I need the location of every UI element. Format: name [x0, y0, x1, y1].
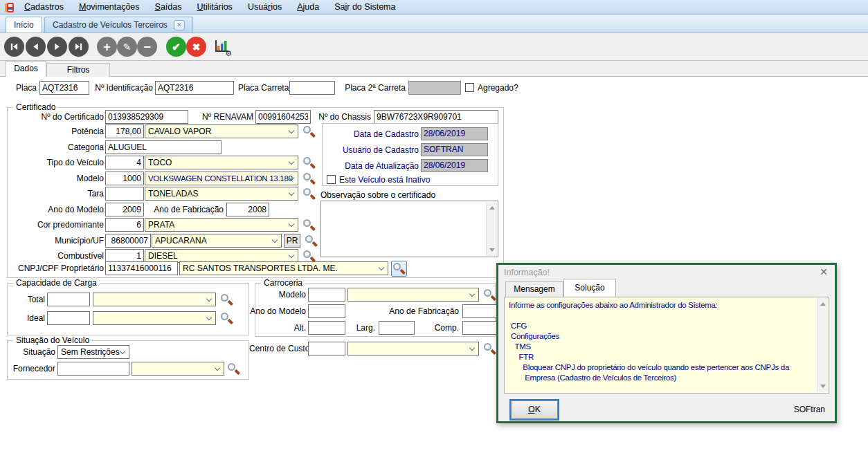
confirm-button[interactable]: ✔ — [166, 37, 186, 57]
tab-filtros[interactable]: Filtros — [46, 63, 110, 77]
capacidade-total-label: Total — [6, 293, 45, 306]
municipio-search-icon[interactable] — [305, 234, 318, 248]
observacao-scrollbar[interactable] — [486, 202, 497, 256]
scroll-down-icon[interactable] — [820, 385, 826, 388]
scroll-down-icon[interactable] — [489, 248, 495, 252]
menu-usuarios[interactable]: Usuários — [240, 0, 289, 15]
tara-combo[interactable]: TONELADAS — [145, 187, 298, 201]
fornecedor-combo[interactable] — [132, 362, 224, 376]
tara-search-icon[interactable] — [302, 187, 316, 201]
tipo-veiculo-combo[interactable]: TOCO — [145, 156, 298, 169]
ano-modelo-input[interactable] — [105, 203, 144, 216]
scroll-up-icon[interactable] — [820, 302, 826, 306]
capacidade-total-input[interactable] — [47, 293, 90, 306]
potencia-search-icon[interactable] — [302, 125, 316, 139]
observacao-textarea[interactable] — [320, 201, 498, 257]
tara-code-input[interactable] — [105, 187, 144, 201]
placa-input[interactable] — [39, 81, 89, 95]
municipio-combo[interactable]: APUCARANA — [152, 234, 282, 248]
dialog-tab-solucao[interactable]: Solução — [563, 279, 616, 297]
combustivel-code-input[interactable] — [105, 249, 144, 263]
menu-ajuda[interactable]: Ajuda — [289, 0, 327, 15]
first-record-button[interactable] — [4, 37, 24, 57]
tab-cadastro-veiculos-terceiros[interactable]: Cadastro de Veículos Terceiros ✕ — [44, 17, 193, 33]
tab-close-icon[interactable]: ✕ — [174, 20, 185, 30]
chevron-down-icon — [215, 365, 220, 371]
municipio-code-input[interactable] — [105, 234, 151, 248]
centro-custo-input[interactable] — [308, 342, 345, 355]
last-record-button[interactable] — [69, 37, 89, 57]
tipo-veiculo-code-input[interactable] — [105, 156, 144, 169]
inativo-checkbox[interactable] — [327, 175, 336, 184]
placa-label: Placa — [6, 81, 37, 95]
check-icon: ✔ — [172, 41, 181, 52]
tab-inicio[interactable]: Início — [6, 17, 42, 33]
first-record-icon — [10, 42, 19, 51]
previous-record-button[interactable] — [26, 37, 46, 57]
ano-fabricacao-input[interactable] — [226, 203, 269, 216]
centro-custo-label: Centro de Custo — [249, 342, 306, 355]
combustivel-combo[interactable]: DIESEL — [145, 249, 298, 263]
menu-saidas[interactable]: Saídas — [147, 0, 190, 15]
chart-button[interactable]: ⚙ — [213, 38, 230, 56]
modelo-code-input[interactable] — [105, 172, 144, 185]
menu-utilitarios[interactable]: Utilitários — [189, 0, 239, 15]
centro-custo-combo[interactable] — [347, 342, 479, 355]
cor-combo[interactable]: PRATA — [145, 218, 298, 232]
tipo-veiculo-search-icon[interactable] — [302, 156, 316, 170]
agregado-checkbox[interactable] — [465, 83, 474, 92]
edit-button[interactable]: ✎ — [117, 37, 137, 57]
cnpj-label: CNPJ/CPF Proprietário — [6, 261, 104, 275]
num-certificado-input[interactable] — [105, 110, 188, 124]
previous-record-icon — [31, 42, 40, 51]
carroceria-comp-label: Comp. — [429, 321, 459, 335]
carroceria-alt-input[interactable] — [308, 321, 345, 335]
carroceria-modelo-input[interactable] — [308, 288, 345, 302]
capacidade-ideal-combo[interactable] — [93, 311, 216, 325]
capacidade-total-search-icon[interactable] — [220, 293, 234, 307]
cnpj-code-input[interactable] — [105, 261, 178, 275]
fornecedor-search-icon[interactable] — [227, 362, 241, 376]
carroceria-larg-label: Larg. — [353, 321, 375, 335]
chevron-down-icon — [206, 296, 212, 302]
modelo-search-icon[interactable] — [302, 172, 316, 186]
renavam-input[interactable] — [255, 110, 311, 124]
menu-movimentacoes[interactable]: Movimentações — [71, 0, 147, 15]
capacidade-ideal-search-icon[interactable] — [220, 312, 234, 326]
data-cadastro-label: Data de Cadastro — [325, 127, 419, 141]
cnpj-combo[interactable]: RC SANTOS TRANSPORTES LTDA. ME. — [179, 261, 388, 275]
fornecedor-input[interactable] — [57, 362, 129, 376]
carroceria-modelo-combo[interactable] — [347, 288, 479, 302]
tab-dados[interactable]: Dados — [6, 61, 46, 77]
placa-carreta-input[interactable] — [289, 81, 335, 95]
next-record-button[interactable] — [47, 37, 67, 57]
cor-code-input[interactable] — [105, 218, 144, 232]
add-button[interactable]: + — [97, 37, 117, 57]
menu-cadastros[interactable]: Cadastros — [17, 0, 71, 15]
cnpj-search-button[interactable] — [391, 261, 407, 277]
chevron-down-icon — [289, 159, 294, 165]
remove-button[interactable]: − — [137, 37, 157, 57]
carroceria-ano-modelo-input[interactable] — [308, 304, 345, 318]
menu-sair-do-sistema[interactable]: Sair do Sistema — [327, 0, 403, 15]
ok-button[interactable]: OK — [511, 400, 558, 419]
centro-custo-search-icon[interactable] — [483, 342, 497, 356]
capacidade-total-combo[interactable] — [93, 293, 216, 306]
capacidade-ideal-input[interactable] — [47, 311, 90, 325]
chevron-down-icon — [469, 345, 475, 351]
carroceria-modelo-search-icon[interactable] — [483, 288, 497, 302]
potencia-combo[interactable]: CAVALO VAPOR — [145, 124, 298, 138]
carroceria-larg-input[interactable] — [379, 321, 415, 335]
potencia-code-input[interactable] — [105, 124, 144, 138]
chassis-input[interactable] — [374, 110, 498, 124]
modelo-combo[interactable]: VOLKSWAGEN CONSTELLATION 13.180 — [145, 172, 298, 185]
dialog-tab-mensagem[interactable]: Mensagem — [505, 281, 563, 297]
dialog-close-icon[interactable]: ✕ — [820, 266, 828, 277]
identificacao-input[interactable] — [155, 81, 234, 95]
categoria-input[interactable] — [105, 140, 221, 154]
situacao-select[interactable]: Sem Restrições — [57, 345, 129, 359]
cancel-button[interactable]: ✖ — [186, 37, 206, 57]
cor-search-icon[interactable] — [302, 219, 316, 232]
dialog-scrollbar[interactable] — [817, 298, 828, 392]
scroll-up-icon[interactable] — [489, 206, 495, 210]
